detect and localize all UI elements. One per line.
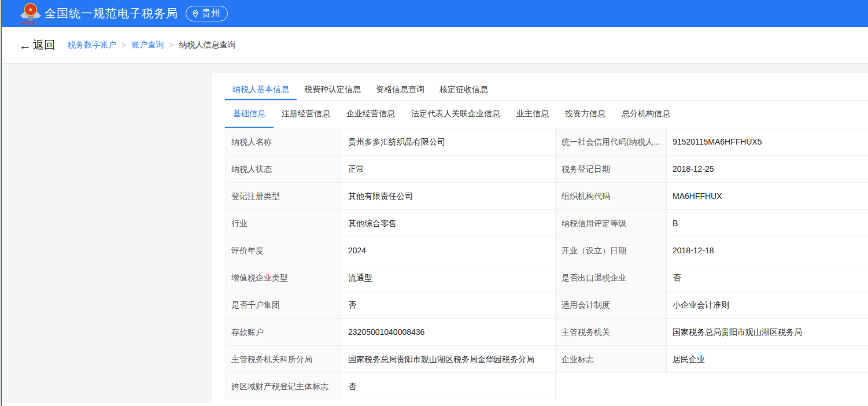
content-area: 纳税人基本信息 税费种认定信息 资格信息查询 核定征收信息 基础信息 注册经营信… <box>0 64 868 406</box>
field-label: 适用会计制度 <box>556 291 667 318</box>
logo-caption: 中国税务 <box>20 21 36 26</box>
subtab-owner-info[interactable]: 业主信息 <box>508 101 557 128</box>
table-row: 是否千户集团 否 适用会计制度 小企业会计准则 <box>225 291 868 319</box>
field-value: 贵州多多汇纺织品有限公司 <box>342 128 556 155</box>
field-label: 登记注册类型 <box>226 183 342 209</box>
field-value: 其他综合零售 <box>342 210 556 237</box>
taxpayer-info-table: 纳税人名称 贵州多多汇纺织品有限公司 统一社会信用代码(纳税人... 91520… <box>225 128 868 400</box>
field-value: 流通型 <box>342 264 556 291</box>
table-row: 纳税人名称 贵州多多汇纺织品有限公司 统一社会信用代码(纳税人... 91520… <box>225 128 868 156</box>
breadcrumb-separator: > <box>169 40 173 50</box>
sub-tab-bar: 基础信息 注册经营信息 企业经营信息 法定代表人关联企业信息 业主信息 投资方信… <box>225 101 868 128</box>
breadcrumb-separator: > <box>121 40 126 50</box>
field-label: 税务登记日期 <box>556 156 667 182</box>
table-row: 存款账户 23205001040008436 主管税务机关 国家税务总局贵阳市观… <box>225 319 868 346</box>
location-selector[interactable]: 贵州 <box>186 6 228 21</box>
field-value: 小企业会计准则 <box>667 291 868 318</box>
field-value: 2018-12-25 <box>667 156 868 182</box>
field-value: 否 <box>342 373 556 400</box>
field-label: 主管税务机关科所分局 <box>226 346 342 372</box>
field-label: 组织机构代码 <box>556 183 667 209</box>
emblem-star-icon: ★ <box>28 6 33 13</box>
field-value: 国家税务总局贵阳市观山湖区税务局 <box>667 319 868 345</box>
field-label: 跨区域财产税登记主体标志 <box>226 373 342 400</box>
field-value: B <box>667 210 868 237</box>
app-title: 全国统一规范电子税务局 <box>45 6 178 21</box>
window-edge <box>0 0 2 406</box>
breadcrumb: 税务数字账户 > 账户查询 > 纳税人信息查询 <box>68 40 235 50</box>
content-card: 纳税人基本信息 税费种认定信息 资格信息查询 核定征收信息 基础信息 注册经营信… <box>212 73 868 406</box>
field-label: 是否出口退税企业 <box>556 264 667 291</box>
breadcrumb-current: 纳税人信息查询 <box>179 40 235 50</box>
tab-tax-fee-type-info[interactable]: 税费种认定信息 <box>297 80 368 100</box>
table-row: 增值税企业类型 流通型 是否出口退税企业 否 <box>225 264 868 291</box>
table-row: 评价年度 2024 开业（设立）日期 2018-12-18 <box>225 237 868 264</box>
field-label: 企业标志 <box>556 346 667 372</box>
app-header: ★ 中国税务 全国统一规范电子税务局 贵州 <box>0 0 868 27</box>
field-value: 2024 <box>342 237 556 264</box>
field-label: 纳税人状态 <box>226 156 342 182</box>
subtab-registration-operation-info[interactable]: 注册经营信息 <box>274 101 338 128</box>
field-label: 纳税信用评定等级 <box>556 210 667 237</box>
table-row: 行业 其他综合零售 纳税信用评定等级 B <box>225 210 868 237</box>
back-label: 返回 <box>33 38 55 53</box>
window-bottom-edge <box>2 403 212 406</box>
location-pin-icon <box>191 10 200 18</box>
field-label: 评价年度 <box>226 237 342 264</box>
field-label: 存款账户 <box>226 319 342 345</box>
tax-bureau-logo: ★ 中国税务 <box>20 2 42 26</box>
back-arrow-icon: ← <box>19 39 31 51</box>
left-panel <box>2 64 212 406</box>
page: ★ 中国税务 全国统一规范电子税务局 贵州 ← 返回 税务数字账户 > 账户查询… <box>0 0 868 406</box>
field-value: MA6HFFHUX <box>667 183 868 209</box>
table-row: 主管税务机关科所分局 国家税务总局贵阳市观山湖区税务局金华园税务分局 企业标志 … <box>225 346 868 373</box>
field-label: 行业 <box>226 210 342 237</box>
field-value: 23205001040008436 <box>342 319 556 345</box>
breadcrumb-item-account-query[interactable]: 账户查询 <box>131 40 164 50</box>
field-value: 正常 <box>342 156 556 182</box>
field-value: 居民企业 <box>667 346 868 372</box>
field-label: 增值税企业类型 <box>226 264 342 291</box>
main-tab-bar: 纳税人基本信息 税费种认定信息 资格信息查询 核定征收信息 <box>225 80 868 101</box>
breadcrumb-item-tax-digital-account[interactable]: 税务数字账户 <box>68 40 116 50</box>
subtab-legal-rep-related-enterprise-info[interactable]: 法定代表人关联企业信息 <box>403 101 508 128</box>
tab-qualification-info-query[interactable]: 资格信息查询 <box>368 80 432 100</box>
field-label: 统一社会信用代码(纳税人... <box>556 128 667 155</box>
subtab-head-branch-info[interactable]: 总分机构信息 <box>614 101 678 128</box>
field-label: 纳税人名称 <box>226 128 342 155</box>
field-value: 国家税务总局贵阳市观山湖区税务局金华园税务分局 <box>342 346 556 372</box>
field-label: 开业（设立）日期 <box>556 237 667 264</box>
field-value: 2018-12-18 <box>667 237 868 264</box>
table-row: 跨区域财产税登记主体标志 否 <box>225 373 556 400</box>
field-label: 主管税务机关 <box>556 319 667 345</box>
breadcrumb-bar: ← 返回 税务数字账户 > 账户查询 > 纳税人信息查询 <box>0 27 868 64</box>
table-row: 登记注册类型 其他有限责任公司 组织机构代码 MA6HFFHUX <box>225 183 868 210</box>
tab-assessed-collection-info[interactable]: 核定征收信息 <box>432 80 496 100</box>
subtab-enterprise-operation-info[interactable]: 企业经营信息 <box>338 101 403 128</box>
field-value: 其他有限责任公司 <box>342 183 556 209</box>
subtab-investor-info[interactable]: 投资方信息 <box>557 101 614 128</box>
field-value: 91520115MA6HFFHUX5 <box>667 128 868 155</box>
back-button[interactable]: ← 返回 <box>19 38 55 53</box>
table-row: 纳税人状态 正常 税务登记日期 2018-12-25 <box>225 156 868 183</box>
field-value: 否 <box>667 264 868 291</box>
tab-taxpayer-basic-info[interactable]: 纳税人基本信息 <box>225 80 297 100</box>
location-label: 贵州 <box>202 8 220 20</box>
field-label: 是否千户集团 <box>226 291 342 318</box>
subtab-basic-info[interactable]: 基础信息 <box>225 101 274 128</box>
field-value: 否 <box>342 291 556 318</box>
